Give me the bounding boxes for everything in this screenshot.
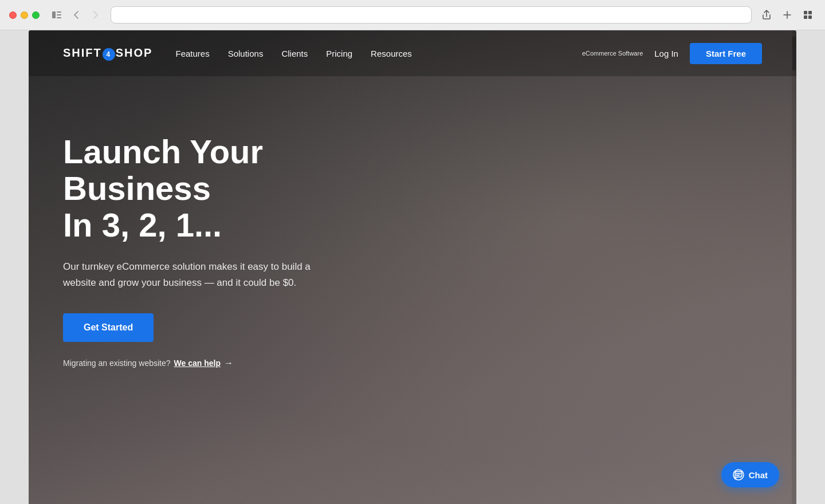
grid-button[interactable] (800, 7, 816, 23)
nav-item-clients[interactable]: Clients (281, 49, 308, 58)
get-started-button[interactable]: Get Started (63, 313, 154, 342)
nav-item-solutions[interactable]: Solutions (228, 49, 264, 58)
hero-headline-line1: Launch Your Business (63, 133, 263, 207)
nav-item-resources[interactable]: Resources (371, 49, 412, 58)
svg-rect-0 (52, 11, 56, 18)
close-button[interactable] (9, 11, 17, 19)
nav-links: Features Solutions Clients Pricing Resou… (175, 49, 582, 58)
svg-rect-9 (808, 15, 812, 19)
share-button[interactable] (759, 7, 775, 23)
migrate-section: Migrating an existing website? We can he… (63, 358, 407, 368)
scrollbar-track (792, 30, 796, 504)
chat-label: Chat (749, 470, 768, 480)
nav-item-pricing[interactable]: Pricing (326, 49, 352, 58)
hero-subtext: Our turnkey eCommerce solution makes it … (63, 259, 338, 290)
arrow-right-icon: → (224, 358, 233, 368)
back-button[interactable] (68, 7, 84, 23)
chat-button[interactable]: Chat (721, 462, 779, 487)
ecommerce-label: eCommerce Software (582, 49, 643, 57)
maximize-button[interactable] (32, 11, 40, 19)
minimize-button[interactable] (21, 11, 28, 19)
hero-headline: Launch Your Business In 3, 2, 1... (63, 133, 407, 243)
svg-rect-7 (808, 11, 812, 14)
traffic-lights (9, 11, 40, 19)
hero-headline-line2: In 3, 2, 1... (63, 206, 222, 243)
forward-button[interactable] (88, 7, 104, 23)
start-free-button[interactable]: Start Free (690, 43, 762, 64)
svg-rect-2 (57, 14, 61, 15)
address-bar[interactable] (111, 6, 752, 23)
nav-item-features[interactable]: Features (175, 49, 209, 58)
chat-icon (733, 469, 744, 481)
logo-shop: SHOP (116, 46, 153, 59)
navbar: SHIFT4SHOP Features Solutions Clients Pr… (29, 30, 796, 76)
logo-4-badge: 4 (103, 48, 115, 61)
svg-rect-3 (57, 17, 61, 18)
svg-rect-6 (804, 11, 807, 14)
logo-shift: SHIFT (63, 46, 102, 59)
login-button[interactable]: Log In (654, 49, 678, 58)
hero-content: Launch Your Business In 3, 2, 1... Our t… (29, 76, 441, 368)
logo-text: SHIFT4SHOP (63, 46, 152, 61)
new-tab-button[interactable] (779, 7, 795, 23)
browser-chrome (0, 0, 825, 30)
browser-actions (759, 7, 816, 23)
migrate-label: Migrating an existing website? (63, 359, 171, 368)
hero-section: SHIFT4SHOP Features Solutions Clients Pr… (29, 30, 796, 504)
logo[interactable]: SHIFT4SHOP (63, 46, 152, 61)
nav-right: eCommerce Software Log In Start Free (582, 43, 762, 64)
sidebar-toggle-button[interactable] (49, 7, 65, 23)
browser-controls (49, 7, 104, 23)
page-wrapper: SHIFT4SHOP Features Solutions Clients Pr… (29, 30, 796, 504)
migrate-link[interactable]: We can help (174, 359, 221, 368)
svg-rect-8 (804, 15, 807, 19)
svg-rect-1 (57, 11, 61, 13)
